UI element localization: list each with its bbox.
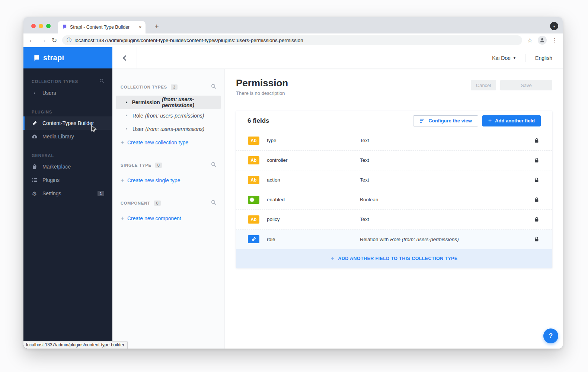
field-type: Text	[360, 217, 369, 222]
bullet-icon: •	[126, 113, 132, 118]
back-icon[interactable]: ←	[29, 36, 35, 44]
list-icon	[32, 177, 37, 183]
field-type: Text	[360, 177, 369, 183]
help-button[interactable]: ?	[543, 328, 558, 343]
add-field-footer-button[interactable]: + ADD ANOTHER FIELD TO THIS COLLECTION T…	[236, 249, 552, 268]
sidebar-item-plugins[interactable]: Plugins	[23, 173, 112, 187]
lock-icon	[534, 177, 539, 183]
fields-card: 6 fields Configure the view + Add anothe…	[236, 111, 552, 268]
field-name: enabled	[267, 197, 360, 202]
user-menu[interactable]: Kai Doe ▾	[492, 55, 515, 61]
search-icon[interactable]	[211, 84, 216, 90]
gear-icon: ⚙	[32, 191, 37, 196]
content-type-item-permission[interactable]: • Permission (from: users-permissions)	[116, 96, 221, 109]
search-icon[interactable]	[99, 78, 104, 84]
relation-field-icon	[248, 235, 259, 243]
minimize-window-button[interactable]	[39, 24, 43, 28]
bullet-icon: •	[32, 90, 37, 96]
reload-icon[interactable]: ↻	[52, 36, 57, 44]
field-row-enabled[interactable]: enabled Boolean	[236, 190, 552, 210]
plus-icon: +	[330, 255, 334, 262]
create-component-link[interactable]: + Create new component	[121, 212, 216, 225]
lock-icon	[534, 138, 539, 143]
address-bar[interactable]: ⓘ localhost:1337/admin/plugins/content-t…	[62, 35, 522, 45]
configure-view-button[interactable]: Configure the view	[413, 115, 478, 126]
section-collection-types: COLLECTION TYPES	[32, 78, 104, 84]
lock-icon	[534, 237, 539, 242]
app-header: Kai Doe ▾ English	[112, 47, 563, 69]
group-single-type: SINGLE TYPE 0	[121, 162, 216, 169]
back-button[interactable]	[112, 47, 137, 68]
create-collection-type-link[interactable]: + Create new collection type	[121, 136, 216, 149]
save-button[interactable]: Save	[500, 80, 552, 90]
cancel-button[interactable]: Cancel	[471, 80, 496, 90]
chevron-left-icon	[122, 55, 127, 61]
cloud-upload-icon	[32, 134, 37, 139]
download-status-icon[interactable]: ▾	[550, 22, 558, 30]
sidebar-item-users[interactable]: • Users	[23, 86, 112, 100]
lock-icon	[534, 197, 539, 202]
main-sidebar: strapi COLLECTION TYPES • Users PLUGINS	[23, 47, 112, 349]
sidebar-item-settings[interactable]: ⚙ Settings 1	[23, 187, 112, 200]
language-selector[interactable]: English	[535, 55, 552, 61]
content-types-sidebar: COLLECTION TYPES 3 • Permission (from: u…	[112, 69, 225, 349]
field-type: Text	[360, 157, 369, 163]
sidebar-item-marketplace[interactable]: Marketplace	[23, 160, 112, 173]
logo-text: strapi	[43, 54, 64, 62]
tab-title: Strapi - Content Type Builder	[70, 25, 136, 30]
field-name: action	[267, 177, 360, 183]
user-name: Kai Doe	[492, 55, 511, 61]
field-type: Text	[360, 138, 369, 143]
lock-icon	[534, 158, 539, 163]
settings-badge: 1	[98, 191, 104, 196]
url-text: localhost:1337/admin/plugins/content-typ…	[74, 38, 303, 43]
bookmark-star-icon[interactable]: ☆	[527, 37, 533, 44]
zoom-window-button[interactable]	[46, 24, 51, 28]
field-row-role[interactable]: role Relation withRole (from: users-perm…	[236, 230, 552, 249]
field-row-action[interactable]: Ab action Text	[236, 170, 552, 190]
profile-avatar-icon[interactable]	[538, 36, 547, 45]
shopping-bag-icon	[32, 164, 37, 169]
new-tab-button[interactable]: +	[151, 21, 162, 32]
browser-toolbar: ← → ↻ ⓘ localhost:1337/admin/plugins/con…	[23, 33, 563, 47]
browser-window: Strapi - Content Type Builder × + ▾ ← → …	[23, 17, 563, 349]
search-icon[interactable]	[211, 200, 216, 206]
count-badge: 0	[155, 163, 162, 168]
tab-close-icon[interactable]: ×	[139, 24, 142, 30]
strapi-logo[interactable]: strapi	[23, 47, 112, 68]
create-single-type-link[interactable]: + Create new single type	[121, 174, 216, 187]
browser-menu-icon[interactable]: ⋮	[552, 37, 557, 44]
browser-tab[interactable]: Strapi - Content Type Builder ×	[58, 21, 146, 33]
plus-icon: +	[488, 118, 492, 124]
count-badge: 3	[171, 84, 178, 90]
sidebar-item-content-types-builder[interactable]: Content-Types Builder	[23, 116, 112, 130]
count-badge: 0	[154, 201, 161, 206]
page-subtitle: There is no description	[236, 90, 288, 96]
header-divider	[525, 54, 525, 62]
status-bar-url: localhost:1337/admin/plugins/content-typ…	[23, 341, 128, 349]
tab-strip: Strapi - Content Type Builder × + ▾	[23, 17, 563, 33]
search-icon[interactable]	[211, 162, 216, 169]
group-component: COMPONENT 0	[121, 200, 216, 206]
field-row-policy[interactable]: Ab policy Text	[236, 210, 552, 230]
lock-icon	[534, 217, 539, 222]
plus-icon: +	[121, 215, 127, 222]
field-row-controller[interactable]: Ab controller Text	[236, 151, 552, 170]
content-type-item-role[interactable]: • Role (from: users-permissions)	[121, 109, 216, 122]
page-title: Permission	[236, 78, 288, 89]
field-name: role	[267, 237, 360, 242]
site-info-icon[interactable]: ⓘ	[67, 37, 71, 44]
field-type: Boolean	[360, 197, 378, 202]
field-row-type[interactable]: Ab type Text	[236, 131, 552, 151]
add-another-field-button[interactable]: + Add another field	[482, 115, 541, 126]
text-field-icon: Ab	[248, 215, 259, 224]
close-window-button[interactable]	[31, 24, 36, 28]
sidebar-item-media-library[interactable]: Media Library	[23, 130, 112, 143]
text-field-icon: Ab	[248, 137, 259, 145]
forward-icon[interactable]: →	[40, 36, 47, 44]
boolean-field-icon	[248, 196, 259, 204]
field-type: Relation withRole (from: users-permissio…	[360, 237, 459, 242]
text-field-icon: Ab	[248, 156, 259, 164]
content-type-item-user[interactable]: • User (from: users-permissions)	[121, 122, 216, 136]
bullet-icon: •	[126, 100, 132, 105]
